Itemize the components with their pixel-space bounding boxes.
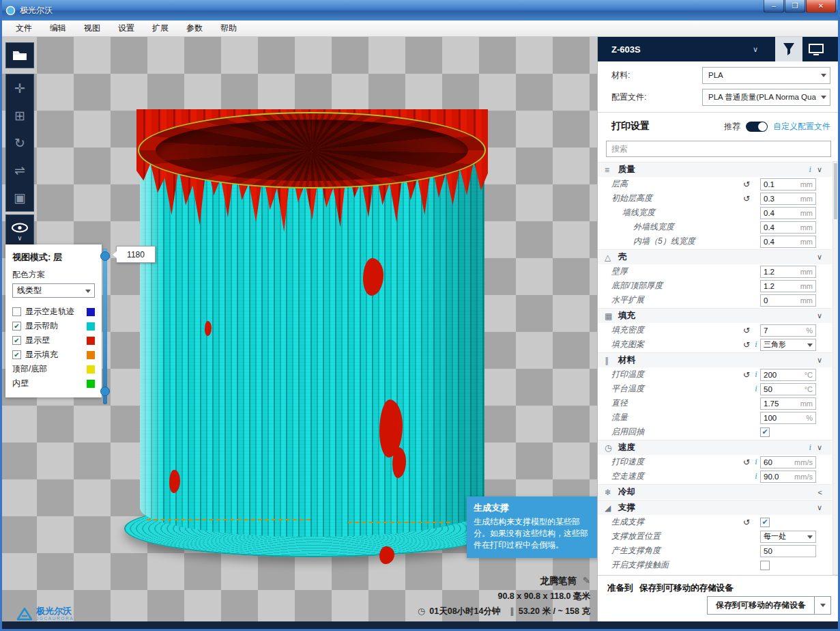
jgaurora-logo-icon [16, 607, 33, 621]
checkbox-enable-retraction[interactable]: ✔ [760, 427, 770, 437]
custom-profile-link[interactable]: 自定义配置文件 [773, 121, 830, 132]
input-support-angle[interactable]: 50 [760, 545, 816, 557]
info-icon[interactable]: i [752, 369, 760, 380]
reset-icon[interactable]: ↺ [741, 370, 752, 380]
input-wall-line-width[interactable]: 0.4mm [760, 207, 816, 219]
scale-icon[interactable]: ⊞ [6, 102, 33, 129]
layer-range-slider[interactable] [100, 249, 110, 404]
input-horizontal-expansion[interactable]: 0mm [760, 294, 816, 307]
setting-row-support-placement: 支撑放置位置每一处 [598, 529, 832, 544]
menu-item-parameters[interactable]: 参数 [177, 20, 212, 36]
menu-item-view[interactable]: 视图 [75, 20, 109, 36]
menu-item-edit[interactable]: 编辑 [41, 20, 75, 36]
section-material-header[interactable]: ∥材料∨ [598, 352, 832, 367]
rename-icon[interactable]: ✎ [583, 576, 590, 586]
reset-icon[interactable]: ↺ [741, 180, 752, 189]
recommended-toggle[interactable] [746, 122, 768, 132]
layer-number: 1180 [127, 250, 145, 260]
legend-inner-wall: 内壁 [5, 376, 102, 391]
chevron-down-icon[interactable]: ∨ [817, 311, 822, 320]
per-model-settings-icon[interactable]: ▣ [6, 184, 33, 211]
show-shell-color-swatch [87, 337, 95, 345]
menu-item-extensions[interactable]: 扩展 [143, 20, 177, 36]
viewport-3d[interactable]: ✛⊞↻⇌▣ ∨ 视图模式: 层 配色方案 线类型 显示空走轨迹✔显示帮助✔显示壁… [0, 37, 597, 621]
scrollbar-thumb[interactable] [834, 163, 837, 219]
monitor-stage-tab[interactable] [802, 37, 830, 61]
section-shell-header[interactable]: △壳∨ [598, 249, 832, 264]
input-initial-layer-height[interactable]: 0.3mm [760, 193, 816, 205]
save-to-removable-button[interactable]: 保存到可移动的存储设备 [707, 596, 815, 615]
section-infill-header[interactable]: ▦填充∨ [598, 308, 832, 323]
input-flow[interactable]: 100% [760, 412, 816, 424]
input-infill-density[interactable]: 7% [760, 324, 816, 337]
chevron-down-icon[interactable]: ∨ [817, 165, 822, 174]
chevron-down-icon[interactable]: ∨ [817, 443, 822, 452]
chevron-down-icon[interactable]: ∨ [817, 356, 822, 365]
settings-scrollbar[interactable] [832, 161, 839, 575]
input-wall-thickness[interactable]: 1.2mm [760, 266, 816, 278]
close-button[interactable]: ✕ [806, 0, 836, 13]
info-icon[interactable]: i [752, 471, 760, 481]
select-infill-pattern[interactable]: 三角形 [760, 339, 816, 351]
section-header-controls: ∨ [817, 356, 825, 365]
section-speed-header[interactable]: ◷速度i∨ [598, 440, 832, 455]
reset-icon[interactable]: ↺ [741, 194, 752, 204]
reset-icon[interactable]: ↺ [741, 340, 752, 350]
checkbox-show-infill[interactable]: ✔ [12, 350, 21, 359]
color-scheme-select[interactable]: 线类型 [12, 283, 95, 298]
slider-track[interactable] [103, 249, 107, 404]
profile-select[interactable]: PLA 普通质量(PLA Norma Qua [702, 89, 830, 106]
minimize-button[interactable]: – [764, 0, 784, 13]
move-icon[interactable]: ✛ [6, 74, 33, 102]
input-diameter[interactable]: 1.75mm [760, 397, 816, 410]
prepare-stage-tab[interactable] [775, 37, 802, 61]
mirror-icon[interactable]: ⇌ [6, 156, 33, 184]
input-layer-height[interactable]: 0.1mm [760, 178, 816, 191]
section-support-header[interactable]: ◢支撑∨ [598, 500, 832, 515]
info-icon[interactable]: i [752, 339, 760, 350]
save-options-dropdown[interactable] [815, 596, 831, 615]
menu-item-file[interactable]: 文件 [7, 20, 41, 36]
chevron-collapsed-icon[interactable]: < [818, 488, 822, 496]
select-support-placement[interactable]: 每一处 [760, 531, 816, 543]
rotate-icon[interactable]: ↻ [6, 129, 33, 156]
section-quality-header[interactable]: ≡质量i∨ [598, 162, 832, 177]
setting-row-outer-wall-line-width: 外墙线宽度0.4mm [598, 220, 832, 234]
section-header-controls: ∨ [817, 311, 825, 320]
chevron-down-icon[interactable]: ∨ [17, 235, 22, 242]
input-top-bottom-thickness[interactable]: 1.2mm [760, 280, 816, 292]
checkbox-enable-support-interface[interactable] [760, 561, 770, 570]
chevron-down-icon[interactable]: ∨ [817, 253, 822, 262]
reset-icon[interactable]: ↺ [741, 518, 752, 527]
slider-handle-top[interactable] [100, 251, 110, 261]
input-travel-speed[interactable]: 90.0mm/s [760, 471, 816, 483]
info-icon[interactable]: i [809, 443, 811, 453]
checkbox-show-travels[interactable] [12, 307, 21, 316]
info-icon[interactable]: i [809, 165, 811, 175]
info-icon[interactable]: i [752, 457, 760, 467]
printer-select[interactable]: Z-603S ∨ [611, 37, 758, 61]
input-print-speed[interactable]: 60mm/s [760, 456, 816, 468]
checkbox-generate-support[interactable]: ✔ [760, 518, 770, 527]
input-outer-wall-line-width[interactable]: 0.4mm [760, 221, 816, 234]
model-preview[interactable] [123, 109, 505, 560]
checkbox-show-shell[interactable]: ✔ [12, 336, 21, 345]
setting-label-horizontal-expansion: 水平扩展 [598, 294, 741, 306]
info-icon[interactable]: i [752, 384, 760, 394]
reset-icon[interactable]: ↺ [741, 326, 752, 335]
maximize-button[interactable]: ❐ [785, 0, 805, 13]
input-build-plate-temperature[interactable]: 50°C [760, 383, 816, 395]
reset-icon[interactable]: ↺ [741, 458, 752, 467]
open-file-button[interactable] [5, 42, 34, 68]
chevron-down-icon[interactable]: ∨ [817, 503, 822, 512]
checkbox-show-helpers[interactable]: ✔ [12, 322, 21, 331]
material-select[interactable]: PLA [702, 67, 830, 84]
input-printing-temperature[interactable]: 200°C [760, 369, 816, 381]
input-inner-wall-line-width[interactable]: 0.4mm [760, 236, 816, 248]
profile-label: 配置文件: [611, 92, 646, 103]
menu-item-settings[interactable]: 设置 [109, 20, 143, 36]
slider-handle-bottom[interactable] [100, 387, 110, 396]
menu-item-help[interactable]: 帮助 [212, 20, 246, 36]
section-cooling-header[interactable]: ❄冷却< [598, 484, 832, 499]
settings-search-input[interactable]: 搜索 [606, 141, 831, 157]
